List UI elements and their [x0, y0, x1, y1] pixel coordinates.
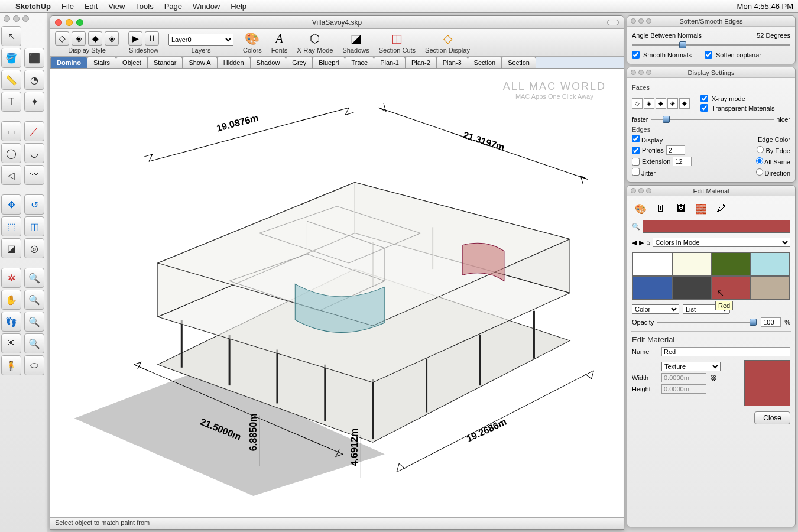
- extension-checkbox[interactable]: [632, 158, 640, 166]
- direction-radio[interactable]: [756, 168, 763, 176]
- opacity-input[interactable]: [761, 317, 781, 327]
- angle-slider[interactable]: [632, 41, 790, 49]
- colors-icon[interactable]: 🎨: [245, 31, 259, 46]
- zoom-tool-icon[interactable]: 🔍: [24, 268, 44, 288]
- followme-tool-icon[interactable]: ◪: [1, 238, 21, 258]
- menu-edit[interactable]: Edit: [85, 2, 98, 11]
- eraser-tool-icon[interactable]: ⬛: [24, 48, 44, 68]
- sliders-icon[interactable]: 🎚: [653, 202, 669, 215]
- tab-object[interactable]: Object: [116, 57, 148, 68]
- by-edge-radio[interactable]: [757, 146, 764, 153]
- polygon-tool-icon[interactable]: ◁: [1, 165, 21, 185]
- line-tool-icon[interactable]: ／: [24, 121, 44, 141]
- jitter-checkbox[interactable]: [632, 168, 640, 176]
- brick-icon[interactable]: 🧱: [693, 202, 709, 215]
- soften-coplanar-checkbox[interactable]: [705, 51, 712, 59]
- xray-mode-checkbox[interactable]: [700, 95, 708, 102]
- link-icon[interactable]: ⛓: [710, 374, 716, 381]
- face-style-icons[interactable]: ◇◈◆◈◆: [632, 98, 690, 109]
- menu-page[interactable]: Page: [164, 2, 182, 11]
- nav-fwd-icon[interactable]: ▶: [639, 239, 644, 246]
- color-wheel-icon[interactable]: 🎨: [633, 202, 648, 215]
- tab-trace[interactable]: Trace: [345, 57, 374, 68]
- tape-measure-tool-icon[interactable]: 📏: [1, 70, 21, 90]
- tab-section-2[interactable]: Section: [501, 57, 536, 68]
- scale-tool-icon[interactable]: ◫: [24, 216, 44, 236]
- color-swatch[interactable]: [632, 252, 672, 276]
- pause-icon[interactable]: ⏸: [145, 31, 159, 46]
- menu-view[interactable]: View: [108, 2, 125, 11]
- edges-display-checkbox[interactable]: [632, 135, 640, 142]
- tab-standar[interactable]: Standar: [147, 57, 183, 68]
- shadows-icon[interactable]: ◪: [351, 31, 362, 46]
- pushpull-tool-icon[interactable]: ⬚: [1, 216, 21, 236]
- axes-tool-icon[interactable]: ✦: [24, 92, 44, 112]
- offset-tool-icon[interactable]: ◎: [24, 238, 44, 258]
- tab-show-a[interactable]: Show A: [182, 57, 217, 68]
- shaded-icon[interactable]: ◆: [88, 31, 102, 46]
- profiles-checkbox[interactable]: [632, 147, 640, 154]
- home-icon[interactable]: ⌂: [646, 239, 650, 246]
- tab-plan-3[interactable]: Plan-3: [436, 57, 468, 68]
- color-swatch-selected[interactable]: ↖: [711, 276, 751, 300]
- viewport[interactable]: ALL MAC WORLD MAC Apps One Click Away: [50, 69, 624, 517]
- section-display-icon[interactable]: ◇: [443, 31, 452, 46]
- layers-select[interactable]: Layer0: [168, 34, 233, 46]
- all-same-radio[interactable]: [756, 157, 763, 164]
- section-plane-tool-icon[interactable]: ⬭: [24, 355, 44, 375]
- freehand-tool-icon[interactable]: 〰: [24, 165, 44, 185]
- color-swatch[interactable]: [632, 276, 672, 300]
- look-around-tool-icon[interactable]: 👁: [1, 333, 21, 353]
- xray-icon[interactable]: ⬡: [310, 31, 320, 46]
- fonts-icon[interactable]: A: [275, 32, 283, 46]
- material-library-select[interactable]: Colors In Model: [653, 238, 790, 247]
- text-tool-icon[interactable]: T: [1, 92, 21, 112]
- zoom-window-tool-icon[interactable]: 🔍: [24, 290, 44, 310]
- position-camera-tool-icon[interactable]: 🧍: [1, 355, 21, 375]
- color-swatch[interactable]: [672, 276, 712, 300]
- tab-bluepri[interactable]: Bluepri: [312, 57, 345, 68]
- section-cuts-icon[interactable]: ◫: [391, 31, 403, 46]
- select-tool-icon[interactable]: ↖: [1, 26, 21, 46]
- hidden-line-icon[interactable]: ◈: [72, 31, 86, 46]
- quality-slider[interactable]: [651, 115, 774, 124]
- color-swatch[interactable]: [672, 252, 712, 276]
- color-swatch[interactable]: [751, 276, 790, 300]
- transparent-materials-checkbox[interactable]: [700, 104, 708, 112]
- tab-plan-1[interactable]: Plan-1: [374, 57, 406, 68]
- color-swatch[interactable]: [711, 252, 751, 276]
- nav-back-icon[interactable]: ◀: [632, 239, 637, 246]
- menu-window[interactable]: Window: [193, 2, 220, 11]
- smooth-normals-checkbox[interactable]: [632, 51, 640, 59]
- tab-section-1[interactable]: Section: [468, 57, 502, 68]
- profiles-input[interactable]: [666, 145, 685, 155]
- toolbar-toggle-icon[interactable]: [607, 20, 619, 25]
- app-name[interactable]: SketchUp: [15, 2, 51, 11]
- window-titlebar[interactable]: VillaSavoy4.skp: [50, 16, 624, 29]
- rectangle-tool-icon[interactable]: ▭: [1, 121, 21, 141]
- protractor-tool-icon[interactable]: ◔: [24, 70, 44, 90]
- menu-tools[interactable]: Tools: [135, 2, 153, 11]
- crayons-icon[interactable]: 🖍: [713, 202, 729, 215]
- color-mode-select[interactable]: Color: [632, 304, 679, 314]
- tab-stairs[interactable]: Stairs: [87, 57, 116, 68]
- close-button[interactable]: Close: [754, 411, 790, 424]
- play-icon[interactable]: ▶: [128, 31, 142, 46]
- tab-shadow[interactable]: Shadow: [250, 57, 287, 68]
- opacity-slider[interactable]: [657, 318, 757, 326]
- color-swatch[interactable]: [751, 252, 790, 276]
- tab-domino[interactable]: Domino: [50, 57, 87, 68]
- walk-tool-icon[interactable]: 👣: [1, 312, 21, 332]
- tab-plan-2[interactable]: Plan-2: [405, 57, 437, 68]
- wireframe-icon[interactable]: ◇: [55, 31, 69, 46]
- move-tool-icon[interactable]: ✥: [1, 194, 21, 215]
- menu-file[interactable]: File: [61, 2, 74, 11]
- image-palettes-icon[interactable]: 🖼: [673, 202, 689, 215]
- arc-tool-icon[interactable]: ◡: [24, 143, 44, 163]
- search-icon[interactable]: 🔍: [632, 223, 640, 231]
- texture-select[interactable]: Texture: [661, 362, 721, 371]
- paint-bucket-tool-icon[interactable]: 🪣: [1, 48, 21, 68]
- pan-tool-icon[interactable]: ✋: [1, 290, 21, 310]
- tab-hidden[interactable]: Hidden: [217, 57, 251, 68]
- material-name-input[interactable]: [661, 347, 790, 356]
